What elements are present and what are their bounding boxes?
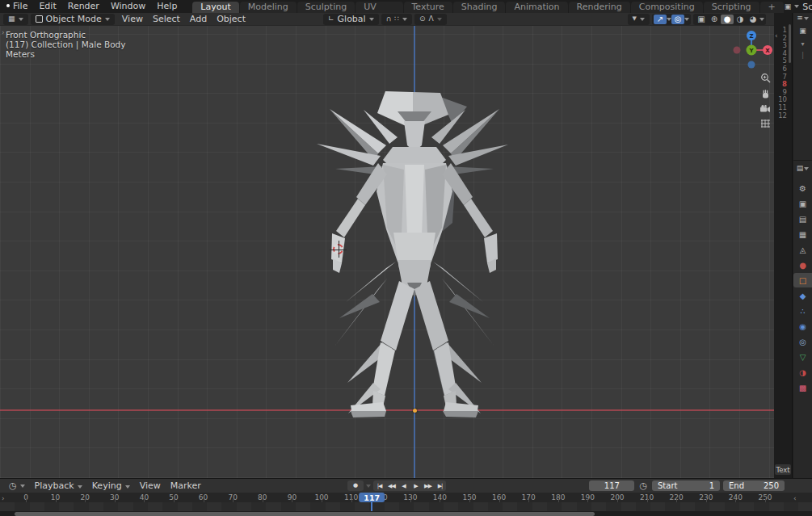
mode-selector[interactable]: Object Mode <box>31 14 115 25</box>
tab-scripting[interactable]: Scripting <box>704 2 759 13</box>
menu-edit[interactable]: Edit <box>33 0 61 13</box>
end-frame-field[interactable]: End 250 <box>723 480 785 491</box>
auto-keying-record-button[interactable]: ● <box>347 480 364 491</box>
chevron-down-icon <box>20 485 25 488</box>
sidebar-collapse-arrow[interactable]: ‹ <box>775 32 778 40</box>
menu-view[interactable]: View <box>135 480 166 493</box>
editor-type-selector[interactable]: ▦ <box>3 14 28 25</box>
show-overlays-toggle[interactable]: ◎ <box>671 15 684 24</box>
next-keyframe-button[interactable]: ▶▶ <box>422 480 434 491</box>
timeline-left-expand-arrow[interactable]: › <box>2 495 5 502</box>
modifiers-icon: ◆ <box>800 292 806 300</box>
properties-tab-output[interactable]: ▤ <box>793 212 812 226</box>
properties-tab-object[interactable]: □ <box>793 273 812 287</box>
properties-tab-tool[interactable]: ⚙ <box>793 181 812 195</box>
playback-buttons: |◀◀◀◀▶▶▶▶| <box>373 480 446 491</box>
properties-editor-selector[interactable]: ▤ <box>793 165 812 172</box>
gizmo-minus-z-ball[interactable] <box>748 61 755 69</box>
tab-add-workspace[interactable]: + <box>760 2 784 13</box>
play-reverse-button[interactable]: ◀ <box>398 480 410 491</box>
timeline-scrollbar[interactable] <box>0 511 812 516</box>
tab-rendering[interactable]: Rendering <box>569 2 630 13</box>
start-frame-field[interactable]: Start 1 <box>652 480 720 491</box>
menu-playback[interactable]: Playback <box>30 480 87 493</box>
tab-compositing[interactable]: Compositing <box>631 2 703 13</box>
outliner-filter-button[interactable]: ≡ <box>793 15 812 22</box>
outliner-disclosure-triangle[interactable]: ▾ <box>793 40 812 48</box>
tab-texture-paint[interactable]: Texture Paint <box>404 2 452 13</box>
menu-keying[interactable]: Keying <box>87 480 135 493</box>
timeline-editor-selector[interactable]: ◷ <box>4 480 30 492</box>
menu-file[interactable]: File <box>7 0 33 13</box>
tab-layout[interactable]: Layout <box>192 2 238 13</box>
object-visibility-filter[interactable]: ▼ <box>628 14 650 25</box>
properties-tab-modifiers[interactable]: ◆ <box>793 288 812 303</box>
menu-view[interactable]: View <box>117 13 148 26</box>
properties-tab-render[interactable]: ▣ <box>793 196 812 211</box>
toolbar-expand-arrow[interactable]: › <box>2 29 5 36</box>
timeline-scrollbar-thumb[interactable] <box>15 512 595 516</box>
tab-shading[interactable]: Shading <box>453 2 506 13</box>
properties-tab-material[interactable]: ◑ <box>793 365 812 380</box>
zoom-button[interactable] <box>759 71 772 84</box>
tab-animation[interactable]: Animation <box>506 2 567 13</box>
text-editor-scrollbar[interactable] <box>789 24 791 63</box>
object-icon: □ <box>799 276 806 285</box>
menu-window[interactable]: Window <box>105 0 151 13</box>
timeline-right-collapse-arrow[interactable]: ‹ <box>793 495 797 502</box>
3d-viewport[interactable]: Front Orthographic (117) Collection | Ma… <box>0 26 774 478</box>
tab-modeling[interactable]: Modeling <box>240 2 297 13</box>
properties-tab-scene[interactable]: ◬ <box>793 242 812 257</box>
text-editor-strip[interactable]: ‹ 123456789101112 Text <box>774 13 793 478</box>
tab-sculpting[interactable]: Sculpting <box>297 2 355 13</box>
physics-icon: ◉ <box>799 322 806 331</box>
outliner-collection-row[interactable]: ▣ <box>793 27 812 35</box>
properties-tab-world[interactable]: ● <box>793 258 812 272</box>
snapping-controls[interactable]: ∪ ∷ <box>381 14 412 25</box>
menu-add[interactable]: Add <box>185 13 212 26</box>
frame-ruler[interactable]: 0102030405060708090100110120130140150160… <box>0 493 812 502</box>
properties-tab-constraints[interactable]: ◎ <box>793 334 812 349</box>
pan-hand-button[interactable] <box>759 87 772 100</box>
properties-tab-physics[interactable]: ◉ <box>793 319 812 334</box>
play-forward-button[interactable]: ▶ <box>410 480 422 491</box>
shading-solid-button[interactable]: ● <box>721 15 734 24</box>
prev-keyframe-button[interactable]: ◀◀ <box>385 480 398 491</box>
menu-select[interactable]: Select <box>148 13 185 26</box>
current-frame-field[interactable]: 117 <box>589 480 634 491</box>
properties-tab-texture[interactable]: ▩ <box>793 380 812 395</box>
show-gizmo-toggle[interactable]: ↗ <box>654 15 667 24</box>
chevron-down-icon <box>19 18 23 21</box>
tab-uv-editing[interactable]: UV Editing <box>356 2 402 13</box>
shading-rendered-button[interactable]: ◕ <box>747 15 759 24</box>
keyframe-track[interactable] <box>0 502 812 511</box>
menu-help[interactable]: Help <box>151 0 183 13</box>
menu-render[interactable]: Render <box>62 0 105 13</box>
camera-view-button[interactable] <box>759 103 772 115</box>
character-mesh-male-body[interactable] <box>0 26 774 478</box>
gizmo-minus-x-ball[interactable] <box>734 47 741 54</box>
shading-wireframe-button[interactable]: ⊕ <box>708 15 721 24</box>
playhead-frame-badge[interactable]: 117 <box>359 493 385 502</box>
transform-orientation-selector[interactable]: ∟ Global <box>323 14 379 25</box>
view-name: Front Orthographic <box>6 30 125 40</box>
properties-tab-view-layer[interactable]: ▦ <box>793 227 812 241</box>
toggle-xray-button[interactable]: ▣ <box>695 15 708 24</box>
3d-cursor <box>333 244 343 254</box>
menu-marker[interactable]: Marker <box>166 480 206 493</box>
properties-tab-object-data[interactable]: ▽ <box>793 350 812 364</box>
tool-icon: ⚙ <box>799 184 806 193</box>
material-icon: ◑ <box>799 368 806 377</box>
proportional-editing-controls[interactable]: ⊙ Λ <box>414 14 447 25</box>
menu-object[interactable]: Object <box>212 13 250 26</box>
properties-tab-particles[interactable]: ∴ <box>793 304 812 318</box>
timeline-clock-icon: ◷ <box>9 481 17 490</box>
jump-to-end-button[interactable]: ▶| <box>434 480 446 491</box>
shading-material-button[interactable]: ◑ <box>734 15 747 24</box>
text-datablock-label[interactable]: Text <box>775 464 791 475</box>
toggle-orthographic-grid-button[interactable] <box>759 117 772 130</box>
scene-selector[interactable]: ▣ Scene <box>785 2 812 12</box>
navigation-gizmo[interactable]: Z X Y <box>730 28 775 75</box>
render-icon: ▣ <box>799 199 806 208</box>
jump-to-start-button[interactable]: |◀ <box>373 480 385 491</box>
